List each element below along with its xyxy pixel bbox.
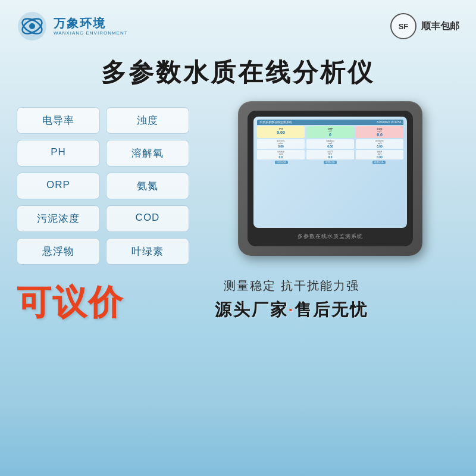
feature-tag-5: 氨氮 (106, 173, 189, 199)
price-tag: 可议价 (17, 280, 124, 320)
feature-tag-4: ORP (17, 173, 100, 199)
small-card-ss: 悬浮物SS mg/L 0.00 (356, 139, 403, 149)
ec-value: 0.00 (258, 145, 303, 148)
logo-icon (17, 11, 48, 42)
screen-title: 水质多参数在线监测系统 (259, 121, 292, 124)
feature-tag-8: 悬浮物 (17, 238, 100, 265)
middle-section: 电导率 浊度 PH 溶解氧 ORP 氨氮 污泥浓度 COD 悬浮物 叶绿素 水质… (0, 101, 476, 265)
device-outer: 水质多参数在线监测系统 2024/08/22 19:33:58 PH 0.00 … (238, 101, 422, 256)
features-grid: 电导率 浊度 PH 溶解氧 ORP 氨氮 污泥浓度 COD 悬浮物 叶绿素 (17, 107, 189, 265)
tagline1: 测量稳定 抗干扰能力强 (224, 278, 359, 294)
param-card-cod: COD mg/L 0.0 (356, 126, 403, 138)
logo-en: WANXIANG ENVIRONMENT (54, 30, 128, 36)
small-card-ec: 电导率EC μs/cm 0.00 (257, 139, 305, 149)
device-label: 多参数在线水质监测系统 (253, 230, 407, 240)
param-ph-value: 0.00 (259, 130, 303, 134)
feature-tag-9: 叶绿素 (106, 238, 189, 265)
feature-tag-2: PH (17, 140, 100, 167)
sf-shipping-text: 顺丰包邮 (421, 20, 459, 33)
svg-point-3 (29, 23, 35, 29)
device-container: 水质多参数在线监测系统 2024/08/22 19:33:58 PH 0.00 … (201, 101, 459, 256)
bottom-right: 测量稳定 抗干扰能力强 源头厂家·售后无忧 (124, 278, 459, 321)
ss-value: 0.00 (357, 145, 402, 148)
header: 万象环境 WANXIANG ENVIRONMENT SF 顺丰包邮 (0, 0, 476, 48)
small-card-cl: 总氯氨度 mg/L 0.0 (257, 150, 305, 159)
water-overlay (0, 405, 476, 476)
tu-value: 0.0 (308, 155, 353, 159)
sf-circle: SF (390, 13, 416, 39)
bottom-section: 可议价 测量稳定 抗干扰能力强 源头厂家·售后无忧 (0, 265, 476, 321)
logo-zh: 万象环境 (54, 16, 128, 30)
device-screen: 水质多参数在线监测系统 2024/08/22 19:33:58 PH 0.00 … (253, 117, 407, 228)
feature-tag-6: 污泥浓度 (17, 205, 100, 232)
footer-btn-0[interactable]: 历史记录 (275, 161, 288, 164)
screen-footer: 历史记录 检查记录 检查记录 (257, 161, 403, 164)
param-card-orp: ORP mV 0 (306, 126, 354, 138)
feature-tag-3: 溶解氧 (106, 140, 189, 167)
sf-label: SF (399, 22, 409, 31)
footer-btn-2[interactable]: 检查记录 (372, 161, 386, 164)
tagline2-part2: 售后无忧 (295, 300, 368, 319)
nh-value: 0.00 (357, 155, 402, 159)
feature-tag-7: COD (106, 205, 189, 232)
screen-row3: 总氯氨度 mg/L 0.0 浊度TU NTU 0.0 氨氮N mg/L (257, 150, 403, 159)
screen-params-row1: PH 0.00 ORP mV 0 COD mg/L 0.0 (257, 126, 403, 138)
tagline2: 源头厂家·售后无忧 (215, 299, 369, 321)
cl-value: 0.0 (258, 155, 303, 159)
param-cod-value: 0.0 (358, 133, 402, 137)
tagline2-part1: 源头厂家 (215, 300, 289, 319)
small-card-do: 溶解氧DO mg/L 0.00 (306, 139, 354, 149)
param-orp-value: 0 (308, 133, 352, 137)
footer-btn-1[interactable]: 检查记录 (324, 161, 337, 164)
screen-datetime: 2024/08/22 19:33:58 (377, 121, 401, 124)
small-card-nh: 氨氮N mg/L 0.00 (356, 150, 403, 159)
sf-badge: SF 顺丰包邮 (390, 13, 459, 39)
device-inner: 水质多参数在线监测系统 2024/08/22 19:33:58 PH 0.00 … (248, 111, 413, 246)
logo-area: 万象环境 WANXIANG ENVIRONMENT (17, 11, 128, 42)
logo-text: 万象环境 WANXIANG ENVIRONMENT (54, 16, 128, 36)
do-value: 0.00 (308, 145, 353, 148)
small-card-tu: 浊度TU NTU 0.0 (306, 150, 354, 159)
feature-tag-1: 浊度 (106, 107, 189, 134)
screen-row2: 电导率EC μs/cm 0.00 溶解氧DO mg/L 0.00 悬浮物SS m… (257, 139, 403, 149)
param-card-ph: PH 0.00 (257, 126, 305, 138)
screen-header: 水质多参数在线监测系统 2024/08/22 19:33:58 (257, 120, 403, 125)
feature-tag-0: 电导率 (17, 107, 100, 134)
tagline2-dot: · (289, 300, 295, 319)
main-title: 多参数水质在线分析仪 (0, 48, 476, 101)
